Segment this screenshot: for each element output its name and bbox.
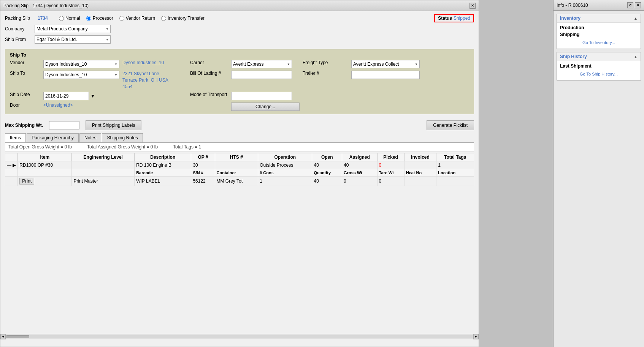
ship-history-collapse-icon[interactable]: ▲ xyxy=(634,55,638,59)
carrier-dropdown[interactable]: Averitt Express ▼ xyxy=(231,60,292,68)
address-line1: 2321 Skynet Lane xyxy=(122,71,187,77)
col-assigned: Assigned xyxy=(342,153,377,161)
max-shipping-input[interactable] xyxy=(49,121,79,129)
main-window: Packing Slip - 1734 (Dyson Industries_10… xyxy=(0,0,479,347)
horizontal-scrollbar[interactable]: ◄ ► xyxy=(0,334,479,339)
tab-notes[interactable]: Notes xyxy=(79,133,101,142)
address-line2: Terrace Park, OH USA xyxy=(122,77,187,84)
panel-close-button[interactable]: ✕ xyxy=(635,2,641,8)
ship-from-dropdown[interactable]: Egar Tool & Die Ltd. ▼ xyxy=(35,35,111,44)
door-value[interactable]: <Unassigned> xyxy=(43,103,119,108)
vendor-value: Dyson Industries_10 xyxy=(45,62,87,67)
ship-from-label: Ship From xyxy=(5,37,32,42)
heat-no-cell xyxy=(404,177,436,186)
sub-col-sn: S/N # xyxy=(191,169,215,177)
panel-refresh-button[interactable]: ↺ xyxy=(627,2,633,8)
form-area: Packing Slip 1734 Normal Processor Vendo… xyxy=(0,11,479,49)
ship-history-section-body: Last Shipment Go To Ship History... xyxy=(557,61,641,80)
tab-shipping-notes[interactable]: Shipping Notes xyxy=(102,133,143,142)
packing-slip-number: 1734 xyxy=(38,16,53,21)
summary-open-gross: Total Open Gross Weight = 0 lb xyxy=(8,144,72,150)
inventory-collapse-icon[interactable]: ▲ xyxy=(634,16,638,21)
radio-normal[interactable]: Normal xyxy=(59,16,80,21)
tab-items[interactable]: Items xyxy=(5,133,26,142)
location-cell xyxy=(436,177,474,186)
company-dropdown[interactable]: Metal Products Company ▼ xyxy=(35,25,111,33)
company-value: Metal Products Company xyxy=(36,26,88,32)
ship-history-section-header: Ship History ▲ xyxy=(557,52,641,61)
trailer-input[interactable] xyxy=(351,71,420,79)
ship-from-dropdown-arrow: ▼ xyxy=(106,38,109,41)
sub-col-barcode: Barcode xyxy=(135,169,191,177)
description-cell: RD 100 Engine B xyxy=(135,161,191,169)
scroll-track[interactable] xyxy=(6,335,473,338)
expand-arrow[interactable]: ▶ xyxy=(13,162,16,168)
go-to-ship-history-link[interactable]: Go To Ship History... xyxy=(560,70,638,78)
window-title: Packing Slip - 1734 (Dyson Industries_10… xyxy=(3,3,89,8)
col-item: Item xyxy=(18,153,72,161)
op-cell: 30 xyxy=(191,161,215,169)
ship-date-input[interactable] xyxy=(43,92,89,100)
packing-slip-row: Packing Slip 1734 Normal Processor Vendo… xyxy=(5,14,474,22)
scroll-left-button[interactable]: ◄ xyxy=(0,334,6,339)
bol-input[interactable] xyxy=(231,71,292,79)
right-panel: Info - R 000610 ↺ ✕ Inventory ▲ Producti… xyxy=(553,0,644,347)
production-label: Production xyxy=(560,25,638,30)
radio-vendor-return-input[interactable] xyxy=(119,16,124,21)
ship-to-header: Ship To xyxy=(10,52,469,58)
sub-data-row: Print Print Master WIP LABEL 56122 MM Gr… xyxy=(5,177,474,186)
col-invoiced: Invoiced xyxy=(404,153,436,161)
print-master-cell: Print Master xyxy=(72,177,135,186)
inventory-section-body: Production Shipping Go To Inventory... xyxy=(557,23,641,49)
ship-from-value: Egar Tool & Die Ltd. xyxy=(36,37,77,42)
sub-col-quantity: Quantity xyxy=(312,169,342,177)
table-row: — ▶ RD1000 OP #30 RD 100 Engine B 30 Out… xyxy=(5,161,474,169)
scroll-right-button[interactable]: ► xyxy=(473,334,479,339)
vendor-link[interactable]: Dyson Industries_10 xyxy=(122,60,187,65)
sn-cell: 56122 xyxy=(191,177,215,186)
inventory-title: Inventory xyxy=(560,16,581,21)
col-description: Description xyxy=(135,153,191,161)
summary-assigned-gross: Total Assigned Gross Weight = 0 lb xyxy=(87,144,158,150)
freight-type-label: Freight Type xyxy=(303,60,348,65)
ship-to-label: Ship To xyxy=(10,71,40,76)
radio-inventory-transfer-input[interactable] xyxy=(161,16,166,21)
radio-processor[interactable]: Processor xyxy=(86,16,113,21)
freight-type-dropdown[interactable]: Averitt Express Collect ▼ xyxy=(351,60,420,68)
picked-cell: 0 xyxy=(377,161,404,169)
container-cell: MM Grey Tot xyxy=(215,177,258,186)
radio-group: Normal Processor Vendor Return Inventory… xyxy=(59,16,205,21)
go-to-inventory-link[interactable]: Go To Inventory... xyxy=(560,39,638,46)
radio-vendor-return-label: Vendor Return xyxy=(126,16,155,21)
change-button[interactable]: Change... xyxy=(231,103,300,111)
close-button[interactable]: ✕ xyxy=(470,3,476,9)
ship-to-dropdown[interactable]: Dyson Industries_10 ▼ xyxy=(43,71,119,79)
collapse-icon[interactable]: — xyxy=(7,162,11,168)
panel-title: Info - R 000610 xyxy=(557,3,588,8)
radio-vendor-return[interactable]: Vendor Return xyxy=(119,16,155,21)
freight-type-value: Averitt Express Collect xyxy=(353,62,399,67)
radio-inventory-transfer[interactable]: Inventory Transfer xyxy=(161,16,205,21)
vendor-dropdown-arrow: ▼ xyxy=(114,63,117,66)
scroll-thumb[interactable] xyxy=(6,335,29,338)
status-box: Status Shipped xyxy=(434,14,474,22)
radio-normal-input[interactable] xyxy=(59,16,64,21)
mode-transport-input[interactable] xyxy=(231,92,292,100)
col-eng-level: Engineering Level xyxy=(72,153,135,161)
radio-processor-input[interactable] xyxy=(86,16,91,21)
print-labels-button[interactable]: Print Shipping Labels xyxy=(86,120,141,130)
address-line3: 4554 xyxy=(122,84,187,90)
col-total-tags: Total Tags xyxy=(436,153,474,161)
sub-col-print xyxy=(72,169,135,177)
tab-packaging-hierarchy[interactable]: Packaging Hierarchy xyxy=(27,133,79,142)
ship-to-value: Dyson Industries_10 xyxy=(45,72,87,77)
print-button[interactable]: Print xyxy=(19,178,34,185)
sub-col-location: Location xyxy=(436,169,474,177)
ship-date-dropdown-arrow[interactable]: ▼ xyxy=(90,93,95,99)
vendor-dropdown[interactable]: Dyson Industries_10 ▼ xyxy=(43,60,119,68)
vendor-label: Vendor xyxy=(10,60,40,65)
ship-from-row: Ship From Egar Tool & Die Ltd. ▼ xyxy=(5,35,474,44)
company-row: Company Metal Products Company ▼ xyxy=(5,25,474,33)
quantity-sub-cell: 40 xyxy=(312,177,342,186)
generate-picklist-button[interactable]: Generate Picklist xyxy=(427,120,474,130)
